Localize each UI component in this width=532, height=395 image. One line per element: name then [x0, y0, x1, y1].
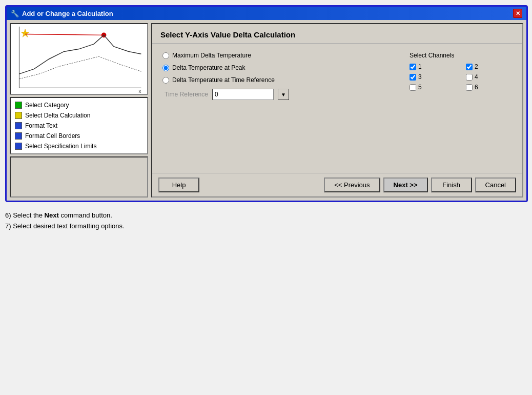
nav-color-format-borders: [15, 132, 22, 140]
right-panel-header: Select Y-Axis Value Delta Calculation: [152, 24, 522, 44]
channel-checkbox-5[interactable]: [410, 84, 416, 91]
nav-label-category: Select Category: [25, 102, 69, 109]
instruction-1-bold: Next: [45, 211, 59, 219]
radio-peak[interactable]: [162, 65, 169, 71]
footer-btn-group-left: Help: [158, 177, 199, 192]
nav-item-select-category[interactable]: Select Category: [11, 100, 147, 110]
chart-area: x: [10, 23, 148, 95]
channels-section: Select Channels 1 2 3: [410, 52, 512, 165]
footer-buttons: Help << Previous Next >> Finish Cancel: [158, 177, 516, 192]
instruction-line-1: 6) Select the Next command button.: [5, 210, 527, 221]
title-bar-left: 🔧 Add or Change a Calculation: [11, 10, 113, 17]
chart-svg: x: [11, 24, 147, 94]
channel-item-5: 5: [410, 84, 456, 91]
instruction-1-num: 6) Select the: [5, 211, 45, 219]
dialog-title: Add or Change a Calculation: [22, 10, 113, 17]
channel-label-2: 2: [475, 63, 478, 70]
instruction-2-text: 7) Select desired text formatting option…: [5, 222, 125, 230]
nav-list: Select Category Select Delta Calculation…: [10, 97, 148, 154]
svg-text:x: x: [139, 88, 141, 94]
main-dialog: 🔧 Add or Change a Calculation ✕ x: [5, 5, 528, 202]
time-ref-dropdown[interactable]: ▼: [278, 89, 289, 100]
nav-color-spec-limits: [15, 143, 22, 150]
channel-grid: 1 2 3 4: [410, 63, 512, 91]
channel-item-6: 6: [466, 84, 512, 91]
info-box: [10, 156, 148, 198]
channel-label-1: 1: [418, 63, 422, 70]
finish-button[interactable]: Finish: [431, 177, 472, 192]
title-bar-icon: 🔧: [11, 10, 19, 17]
channel-label-5: 5: [418, 84, 422, 91]
nav-color-delta: [15, 112, 22, 119]
next-button[interactable]: Next >>: [383, 177, 428, 192]
nav-item-spec-limits[interactable]: Select Specification Limits: [11, 141, 147, 151]
left-panel: x Select Category: [10, 23, 148, 198]
options-section: Maximum Delta Temperature Delta Temperat…: [162, 52, 399, 165]
radio-max-delta[interactable]: [162, 52, 169, 59]
dialog-body: x Select Category: [7, 20, 526, 201]
description-text: 6) Select the Next command button. 7) Se…: [5, 210, 527, 232]
time-ref-label: Time Reference: [165, 91, 208, 98]
channel-checkbox-6[interactable]: [466, 84, 473, 91]
channel-item-3: 3: [410, 73, 456, 81]
radio-label-max-delta: Maximum Delta Temperature: [172, 52, 251, 59]
instruction-1-after: command button.: [59, 211, 112, 219]
nav-item-select-delta[interactable]: Select Delta Calculation: [11, 110, 147, 121]
nav-label-format-borders: Format Cell Borders: [25, 132, 80, 140]
footer-btn-group-right: << Previous Next >> Finish Cancel: [324, 177, 516, 192]
right-panel: Select Y-Axis Value Delta Calculation Ma…: [151, 23, 523, 198]
channels-title: Select Channels: [410, 52, 512, 59]
title-bar: 🔧 Add or Change a Calculation ✕: [7, 7, 526, 20]
nav-label-format-text: Format Text: [25, 122, 57, 129]
radio-row-time-ref: Delta Temperature at Time Reference: [162, 76, 399, 84]
cancel-button[interactable]: Cancel: [475, 177, 516, 192]
channel-label-4: 4: [475, 73, 478, 81]
nav-color-category: [15, 102, 22, 109]
previous-button[interactable]: << Previous: [324, 177, 380, 192]
channel-label-6: 6: [475, 84, 478, 91]
channel-item-1: 1: [410, 63, 456, 70]
nav-item-format-text[interactable]: Format Text: [11, 121, 147, 131]
channel-checkbox-2[interactable]: [466, 64, 473, 70]
radio-label-time-ref: Delta Temperature at Time Reference: [172, 76, 275, 84]
right-panel-title: Select Y-Axis Value Delta Calculation: [160, 30, 514, 39]
channel-checkbox-1[interactable]: [410, 64, 416, 70]
right-panel-content: Maximum Delta Temperature Delta Temperat…: [152, 44, 522, 173]
radio-row-max-delta: Maximum Delta Temperature: [162, 52, 399, 59]
time-ref-input[interactable]: [212, 89, 274, 100]
channel-checkbox-3[interactable]: [410, 74, 416, 81]
instruction-line-2: 7) Select desired text formatting option…: [5, 221, 527, 232]
close-button[interactable]: ✕: [513, 9, 522, 18]
time-ref-row: Time Reference ▼: [162, 89, 399, 100]
nav-item-format-borders[interactable]: Format Cell Borders: [11, 131, 147, 141]
radio-row-peak: Delta Temperature at Peak: [162, 64, 399, 71]
channel-item-4: 4: [466, 73, 512, 81]
help-button[interactable]: Help: [158, 177, 199, 192]
channel-label-3: 3: [418, 73, 422, 81]
channel-checkbox-4[interactable]: [466, 74, 473, 81]
nav-color-format-text: [15, 122, 22, 129]
radio-label-peak: Delta Temperature at Peak: [172, 64, 245, 71]
dialog-footer: Help << Previous Next >> Finish Cancel: [152, 173, 522, 196]
nav-label-spec-limits: Select Specification Limits: [25, 143, 96, 150]
nav-label-delta: Select Delta Calculation: [25, 112, 90, 119]
radio-time-ref[interactable]: [162, 77, 169, 84]
channel-item-2: 2: [466, 63, 512, 70]
